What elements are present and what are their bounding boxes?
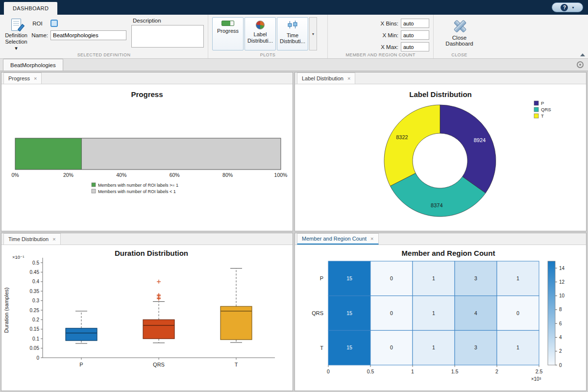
svg-text:0.5: 0.5 bbox=[32, 260, 39, 266]
member-region-fields: X Bins: X Min: X Max: bbox=[332, 17, 429, 51]
close-dashboard-button[interactable]: Close Dashboard bbox=[438, 17, 481, 49]
x-min-label: X Min: bbox=[332, 32, 398, 38]
label-distribution-panel-body: Label Distribution892483748322PQRST bbox=[295, 84, 586, 231]
label-distribution-plot-button[interactable]: Label Distributi... bbox=[245, 17, 276, 50]
svg-text:0.2: 0.2 bbox=[32, 317, 39, 322]
ribbon-group-plots: Progress Label Distributi... T bbox=[208, 15, 327, 58]
plots-gallery-dropdown-button[interactable]: ▾ bbox=[309, 17, 317, 50]
progress-plot-button[interactable]: Progress bbox=[212, 17, 244, 50]
close-icon[interactable]: × bbox=[34, 75, 37, 81]
tab-progress[interactable]: Progress × bbox=[3, 73, 42, 84]
svg-text:0.4: 0.4 bbox=[32, 279, 39, 284]
svg-text:1.5: 1.5 bbox=[451, 368, 459, 374]
x-bins-input[interactable] bbox=[401, 19, 429, 28]
progress-panel-body: Progress0%20%40%60%80%100%Members with n… bbox=[1, 84, 293, 231]
close-icon[interactable]: × bbox=[370, 236, 373, 242]
x-bins-row: X Bins: bbox=[332, 19, 429, 28]
svg-text:QRS: QRS bbox=[153, 362, 165, 368]
progress-chart: Progress0%20%40%60%80%100%Members with n… bbox=[1, 84, 293, 231]
svg-text:0: 0 bbox=[516, 310, 519, 316]
pie-chart-icon bbox=[256, 21, 265, 29]
chart-svg: Label Distribution892483748322PQRST bbox=[295, 84, 586, 230]
svg-text:QRS: QRS bbox=[312, 310, 323, 316]
label-distribution-panel-tabbar: Label Distribution × bbox=[295, 73, 586, 84]
tab-progress-label: Progress bbox=[8, 75, 30, 81]
tab-label-distribution[interactable]: Label Distribution × bbox=[297, 73, 355, 84]
outlier-marker bbox=[157, 280, 161, 284]
svg-text:0: 0 bbox=[327, 368, 330, 374]
doc-tab-beatmorphologies[interactable]: BeatMorphologies bbox=[3, 59, 63, 71]
selected-definition-fields: ROI Name: bbox=[31, 17, 126, 40]
svg-text:12: 12 bbox=[559, 279, 565, 285]
chart-svg: Progress0%20%40%60%80%100%Members with n… bbox=[1, 84, 293, 230]
svg-text:8374: 8374 bbox=[431, 202, 442, 208]
description-label: Description bbox=[133, 18, 204, 24]
svg-text:0.15: 0.15 bbox=[30, 326, 40, 332]
svg-text:0.3: 0.3 bbox=[32, 298, 39, 303]
ribbon: Definition Selection ▾ ROI Name: Descrip… bbox=[0, 15, 588, 59]
tab-member-region-count[interactable]: Member and Region Count × bbox=[297, 233, 379, 245]
svg-text:100%: 100% bbox=[274, 172, 288, 178]
x-min-row: X Min: bbox=[332, 30, 429, 40]
tab-label-distribution-label: Label Distribution bbox=[302, 75, 343, 81]
svg-text:0: 0 bbox=[390, 344, 393, 350]
svg-text:80%: 80% bbox=[222, 172, 233, 178]
layout-options-icon[interactable] bbox=[577, 61, 584, 68]
svg-text:1: 1 bbox=[516, 344, 519, 350]
svg-text:8924: 8924 bbox=[474, 137, 486, 143]
group-caption-close: CLOSE bbox=[434, 52, 485, 57]
pie-slice bbox=[440, 105, 496, 193]
time-distribution-panel-body: Duration Distribution×10⁻¹Duration (samp… bbox=[1, 245, 293, 391]
progress-panel: Progress × Progress0%20%40%60%80%100%Mem… bbox=[1, 72, 293, 231]
svg-text:T: T bbox=[320, 345, 323, 351]
definition-selection-button[interactable]: Definition Selection ▾ bbox=[4, 17, 28, 52]
help-button[interactable]: ? ▾ bbox=[552, 2, 583, 12]
definition-name-input[interactable] bbox=[50, 30, 126, 40]
chevron-down-icon: ▾ bbox=[312, 32, 314, 36]
member-region-count-panel: Member and Region Count × Member and Reg… bbox=[294, 233, 587, 391]
svg-text:60%: 60% bbox=[170, 172, 180, 178]
definition-page-icon bbox=[11, 19, 21, 31]
svg-text:0.5: 0.5 bbox=[367, 368, 374, 374]
tab-time-distribution[interactable]: Time Distribution × bbox=[3, 233, 61, 245]
svg-text:20%: 20% bbox=[63, 172, 74, 178]
ribbon-tab-dashboard-label: DASHBOARD bbox=[13, 5, 49, 11]
time-distribution-plot-button[interactable]: Time Distributi... bbox=[277, 17, 308, 50]
chart-svg: Duration Distribution×10⁻¹Duration (samp… bbox=[1, 245, 293, 390]
svg-text:0%: 0% bbox=[11, 172, 19, 178]
close-icon[interactable]: × bbox=[347, 75, 350, 81]
x-min-input[interactable] bbox=[401, 30, 429, 40]
chevron-down-icon: ▾ bbox=[572, 5, 574, 10]
description-input[interactable] bbox=[131, 25, 204, 48]
definition-selection-label: Definition Selection ▾ bbox=[4, 32, 28, 52]
description-fields: Description bbox=[131, 17, 204, 49]
svg-text:0: 0 bbox=[559, 363, 562, 368]
label-distribution-chart: Label Distribution892483748322PQRST bbox=[295, 84, 586, 231]
pie-slice bbox=[384, 105, 440, 186]
ribbon-tab-dashboard[interactable]: DASHBOARD bbox=[4, 2, 57, 15]
svg-text:8: 8 bbox=[559, 307, 562, 312]
svg-text:15: 15 bbox=[346, 275, 352, 281]
member-region-count-panel-tabbar: Member and Region Count × bbox=[295, 233, 586, 245]
x-max-input[interactable] bbox=[401, 42, 429, 51]
svg-text:0.05: 0.05 bbox=[30, 345, 40, 351]
svg-text:0.45: 0.45 bbox=[30, 270, 40, 275]
ribbon-group-member-region-count: X Bins: X Min: X Max: MEMBER AND REGION … bbox=[327, 15, 433, 58]
close-icon[interactable]: × bbox=[52, 236, 55, 242]
svg-text:15: 15 bbox=[346, 344, 352, 350]
chart-title: Label Distribution bbox=[409, 90, 472, 98]
svg-text:Duration (samples): Duration (samples) bbox=[3, 288, 9, 333]
svg-text:P: P bbox=[320, 275, 323, 281]
box bbox=[66, 328, 97, 341]
doc-tab-label: BeatMorphologies bbox=[10, 62, 56, 68]
collapse-ribbon-button[interactable] bbox=[580, 53, 585, 56]
boxplot-chart-icon bbox=[287, 21, 298, 30]
roi-row: ROI bbox=[31, 20, 126, 27]
svg-text:T: T bbox=[235, 362, 238, 368]
svg-text:0.35: 0.35 bbox=[30, 289, 40, 294]
svg-text:4: 4 bbox=[474, 310, 477, 316]
svg-text:Members with number of ROI lab: Members with number of ROI labels >= 1 bbox=[98, 183, 178, 188]
chevron-down-icon: ▾ bbox=[15, 45, 18, 51]
ribbon-group-close: Close Dashboard CLOSE bbox=[433, 15, 485, 58]
label-distribution-plot-label: Label Distributi... bbox=[247, 31, 273, 44]
